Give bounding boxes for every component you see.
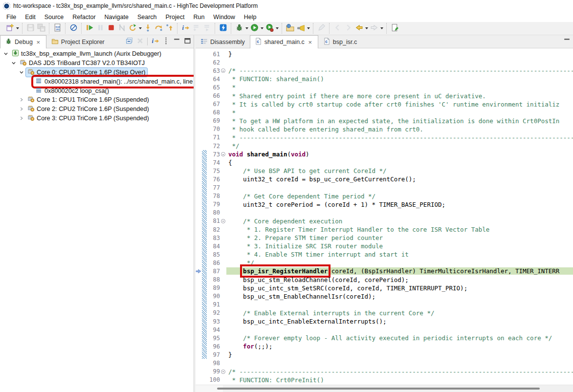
code-text[interactable]: for(;;); — [226, 343, 573, 350]
step-into-button[interactable] — [142, 23, 153, 34]
tree-row[interactable]: 0x80002318 shared_main(): ../src/shared_… — [0, 77, 194, 86]
tree-row[interactable]: DAS JDS TriBoard TC387 V2.0 TB34IOTJ — [0, 59, 194, 68]
code-text[interactable]: bsp_uc_intc_EnableExternalInterrupts(); — [226, 318, 573, 325]
flash-button[interactable] — [218, 23, 228, 34]
run-dropdown[interactable] — [260, 23, 264, 34]
remove-all-terminated-button[interactable] — [135, 37, 145, 46]
view-tab-debug[interactable]: Debug× — [0, 35, 46, 48]
code-text[interactable]: bsp_uc_stm_EnableChannelIsr(coreId); — [226, 293, 573, 300]
minimize-button[interactable] — [172, 37, 181, 46]
view-menu-button[interactable] — [161, 37, 171, 46]
move-to-line-button[interactable] — [191, 23, 201, 34]
tree-row[interactable]: Core 1: CPU1 TriCore 1.6P (Suspended) — [0, 95, 194, 105]
chevron-down-icon[interactable] — [2, 50, 10, 58]
code-text[interactable]: uint32_t corePeriod = (coreId + 1) * TIM… — [226, 201, 573, 208]
chevron-down-icon[interactable] — [10, 59, 18, 67]
disconnect-button[interactable] — [116, 23, 127, 34]
code-text[interactable]: * FUNCTION: Crt0PreInit() — [226, 376, 573, 384]
back-dropdown[interactable] — [364, 23, 369, 34]
fold-collapse-icon[interactable] — [220, 152, 226, 156]
close-icon[interactable]: × — [35, 39, 42, 45]
code-text[interactable]: * It is called by crt0 startup code afte… — [226, 101, 573, 108]
code-text[interactable]: /* Core dependent execution — [226, 218, 573, 225]
resume-button[interactable] — [84, 23, 95, 34]
new-wizard-dropdown[interactable] — [15, 23, 20, 34]
menu-help[interactable]: Help — [240, 13, 261, 22]
code-text[interactable]: * 1. Register Timer Interrupt Handler to… — [226, 226, 573, 233]
forward-button[interactable] — [369, 23, 379, 34]
code-text[interactable]: { — [226, 159, 573, 166]
code-text[interactable]: * hook called before entering shared_mai… — [226, 126, 573, 133]
debug-button[interactable] — [234, 23, 244, 34]
code-text[interactable]: * Shared entry point if there are more c… — [226, 92, 573, 100]
code-text[interactable]: void shared_main(void) — [226, 151, 573, 158]
step-over-button[interactable] — [153, 23, 164, 34]
menu-edit[interactable]: Edit — [21, 13, 40, 22]
menu-search[interactable]: Search — [133, 13, 161, 22]
chevron-down-icon[interactable] — [18, 68, 25, 76]
menu-file[interactable]: File — [2, 13, 21, 22]
code-text[interactable]: /* -------------------------------------… — [226, 67, 573, 74]
save-all-button[interactable] — [36, 23, 46, 34]
tree-row[interactable]: tc38x_bsp_example_llvm_launch (Aurix Deb… — [0, 49, 194, 59]
code-text[interactable]: * — [226, 84, 573, 91]
code-text[interactable]: * FUNCTION: shared_main() — [226, 75, 573, 83]
menu-window[interactable]: Window — [209, 13, 239, 22]
code-text[interactable]: /* Use BSP API to get current CoreId */ — [226, 167, 573, 174]
resume-at-line-button[interactable] — [201, 23, 212, 34]
code-text[interactable]: * — [226, 109, 573, 116]
menu-navigate[interactable]: Navigate — [100, 13, 133, 22]
close-icon[interactable]: × — [307, 39, 313, 45]
binary-file-button[interactable]: 010101 — [52, 23, 63, 34]
tree-row[interactable]: Core 2: CPU2 TriCore 1.6P (Suspended) — [0, 105, 194, 114]
horizontal-scrollbar-thumb[interactable] — [217, 388, 540, 390]
instruction-stepping-button[interactable]: i — [150, 37, 160, 46]
coverage-button[interactable] — [264, 23, 275, 34]
chevron-right-icon[interactable] — [18, 114, 25, 122]
debug-tree[interactable]: tc38x_bsp_example_llvm_launch (Aurix Deb… — [0, 48, 194, 392]
code-text[interactable]: /* Enable External interrupts in the cur… — [226, 309, 573, 317]
save-button[interactable] — [25, 23, 36, 34]
code-text[interactable]: * To get a HW platform in an expected st… — [226, 117, 573, 125]
view-tab-project-explorer[interactable]: Project Explorer — [46, 35, 110, 48]
chevron-right-icon[interactable] — [18, 96, 25, 104]
code-text[interactable]: bsp_uc_intc_stm_SetSRC(coreId, coreId, T… — [226, 284, 573, 292]
menu-project[interactable]: Project — [161, 13, 189, 22]
code-text[interactable]: bsp_isr_RegisterHandler(coreId, (BspIsrH… — [226, 267, 573, 275]
tree-row[interactable]: Core 3: CPU3 TriCore 1.6P (Suspended) — [0, 114, 194, 123]
menu-source[interactable]: Source — [40, 13, 68, 22]
tree-row[interactable]: 0x800020c2 loop_csa() — [0, 86, 194, 95]
code-text[interactable]: * 2. Prepare STM timer period counter — [226, 234, 573, 241]
run-button[interactable] — [249, 23, 260, 34]
code-text[interactable]: * --------------------------------------… — [226, 134, 573, 141]
tree-row[interactable]: Core 0: CPU0 TriCore 1.6P (Step Over) — [0, 68, 194, 77]
restart-dropdown[interactable] — [138, 23, 142, 34]
menu-refactor[interactable]: Refactor — [68, 13, 100, 22]
code-text[interactable]: */ — [226, 259, 573, 266]
editor-tab-disassembly[interactable]: Disassembly — [196, 35, 250, 48]
collapse-all-button[interactable] — [124, 37, 134, 46]
coverage-dropdown[interactable] — [275, 23, 279, 34]
fold-collapse-icon[interactable] — [220, 370, 226, 374]
minimize-editor-button[interactable] — [562, 37, 572, 46]
skip-all-breakpoints-button[interactable] — [68, 23, 79, 34]
back-history-button[interactable] — [332, 23, 343, 34]
code-text[interactable]: * 4. Enable STM timer interrupt and star… — [226, 251, 573, 258]
instruction-stepping-button[interactable]: i — [180, 23, 191, 34]
code-text[interactable]: */ — [226, 142, 573, 150]
terminate-button[interactable] — [106, 23, 116, 34]
last-edit-location-button[interactable] — [389, 23, 400, 34]
open-element-button[interactable] — [285, 23, 295, 34]
code-text[interactable]: * 3. Initialize SRC ISR router module — [226, 242, 573, 250]
fold-collapse-icon[interactable] — [220, 68, 226, 73]
code-editor[interactable]: 61}6263/* ------------------------------… — [196, 48, 573, 385]
step-return-button[interactable] — [164, 23, 175, 34]
back-button[interactable] — [353, 23, 364, 34]
code-text[interactable]: /* Get Core dependent Time period */ — [226, 193, 573, 200]
new-wizard-button[interactable] — [4, 23, 15, 34]
code-text[interactable]: } — [226, 351, 573, 358]
editor-tab-bsp_isr-c[interactable]: cbsp_isr.c — [318, 35, 362, 48]
code-text[interactable]: /* -------------------------------------… — [226, 368, 573, 375]
horizontal-scrollbar[interactable] — [196, 385, 573, 392]
code-text[interactable]: } — [226, 50, 573, 58]
